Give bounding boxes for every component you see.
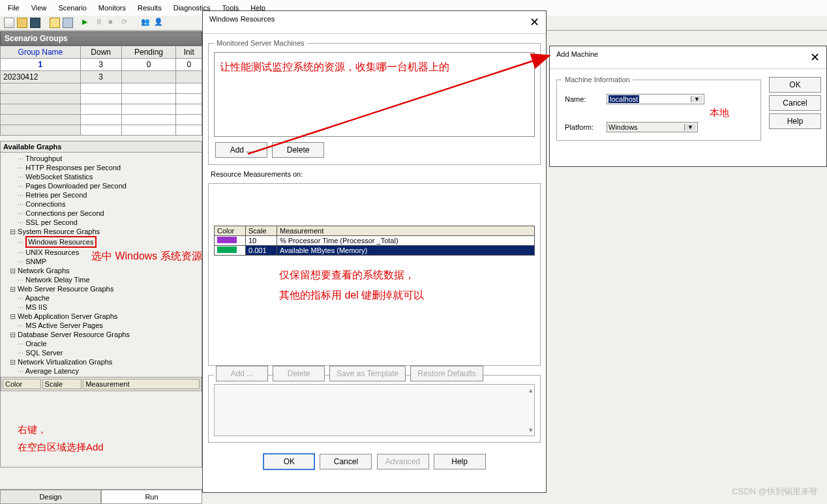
run-icon[interactable]: ▶ <box>82 18 93 28</box>
chevron-down-icon[interactable]: ▼ <box>684 124 696 130</box>
leaf-http[interactable]: HTTP Responses per Second <box>10 163 200 172</box>
scenario-table: Group Name Down Pending Init 1 3 0 0 202… <box>0 46 202 136</box>
menu-view[interactable]: View <box>31 4 47 12</box>
col-init[interactable]: Init <box>176 46 202 59</box>
monitored-machines-group: Monitored Server Machines 让性能测试监控系统的资源，收… <box>208 39 541 165</box>
node-webapp[interactable]: Web Application Server Graphs <box>10 312 200 321</box>
menu-results[interactable]: Results <box>138 4 162 12</box>
node-network[interactable]: Network Graphs <box>10 266 200 275</box>
leaf-latency[interactable]: Average Latency <box>10 366 200 376</box>
leaf-cps[interactable]: Connections per Second <box>10 209 200 218</box>
platform-combo[interactable]: Windows ▼ <box>607 122 698 132</box>
footer-tabs: Design Run <box>0 489 202 504</box>
leaf-sql[interactable]: SQL Server <box>10 348 200 357</box>
leaf-retries[interactable]: Retries per Second <box>10 190 200 200</box>
save-icon[interactable] <box>30 18 40 28</box>
open-icon[interactable] <box>17 18 27 28</box>
col-group-name[interactable]: Group Name <box>1 46 81 59</box>
grid-icon[interactable] <box>63 18 73 28</box>
leaf-windows-resources[interactable]: Windows Resources <box>10 236 200 248</box>
msm-legend: Monitored Server Machines <box>214 39 307 47</box>
scroll-down-icon[interactable]: ▾ <box>529 426 533 434</box>
annot-local: 本地 <box>562 107 729 119</box>
leaf-oracle[interactable]: Oracle <box>10 339 200 348</box>
leaf-asp[interactable]: MS Active Server Pages <box>10 321 200 330</box>
menu-monitors[interactable]: Monitors <box>98 4 126 12</box>
col-pending[interactable]: Pending <box>121 46 176 59</box>
annot-select-win: 选中 Windows 系统资源 <box>91 250 202 263</box>
path-icon[interactable] <box>50 18 60 28</box>
node-system-resource[interactable]: System Resource Graphs <box>10 227 200 236</box>
leaf-pages[interactable]: Pages Downloaded per Second <box>10 181 200 190</box>
vusers-icon[interactable]: 👥 <box>141 18 151 28</box>
available-graphs-panel: Available Graphs Throughput HTTP Respons… <box>0 141 202 467</box>
annot-keep1: 仅保留想要查看的系统数据， <box>279 269 535 282</box>
chevron-down-icon[interactable]: ▼ <box>691 96 702 102</box>
help-button[interactable]: Help <box>769 113 821 129</box>
leaf-throughput[interactable]: Throughput <box>10 154 200 163</box>
table-row[interactable]: 0.001 Available MBytes (Memory) <box>215 246 535 256</box>
close-icon[interactable]: ✕ <box>810 50 820 65</box>
name-combo[interactable]: localhost ▼ <box>607 94 704 104</box>
delete-measure-button[interactable]: Delete <box>273 366 325 381</box>
pause-icon[interactable]: ⏸ <box>95 18 106 28</box>
table-row[interactable]: 1 3 0 0 <box>1 59 202 71</box>
cancel-button[interactable]: Cancel <box>769 95 821 111</box>
close-icon[interactable]: ✕ <box>530 15 539 29</box>
cancel-button[interactable]: Cancel <box>320 454 372 469</box>
dialog-titlebar[interactable]: Windows Resources ✕ <box>203 11 546 34</box>
table-row[interactable]: 20230412 3 <box>1 71 202 83</box>
node-webserver[interactable]: Web Server Resource Graphs <box>10 284 200 293</box>
tab-design[interactable]: Design <box>0 490 101 504</box>
description-box: ▴ ▾ <box>214 384 535 436</box>
add-measure-button[interactable]: Add ... <box>216 366 268 381</box>
available-graphs-title: Available Graphs <box>1 141 202 153</box>
menu-scenario[interactable]: Scenario <box>58 4 86 12</box>
node-nv[interactable]: Network Virtualization Graphs <box>10 357 200 366</box>
machines-list[interactable]: 让性能测试监控系统的资源，收集哪一台机器上的 <box>214 52 535 137</box>
scenario-groups-title: Scenario Groups <box>0 31 202 46</box>
annot-keep2: 其他的指标用 del 键删掉就可以 <box>279 289 535 303</box>
restore-defaults-button[interactable]: Restore Defaults <box>410 366 483 381</box>
dialog-title: Add Machine <box>556 50 598 65</box>
new-icon[interactable] <box>4 18 14 28</box>
watermark: CSDN @快到锅里来呀 <box>732 486 818 497</box>
ok-button[interactable]: OK <box>263 453 315 470</box>
leaf-netdelay[interactable]: Network Delay Time <box>10 275 200 284</box>
leaf-conn[interactable]: Connections <box>10 200 200 209</box>
windows-resources-dialog: Windows Resources ✕ Monitored Server Mac… <box>202 10 547 493</box>
leaf-apache[interactable]: Apache <box>10 293 200 303</box>
measurements-group: Color Scale Measurement 10 % Processor T… <box>208 183 541 366</box>
reset-icon[interactable]: ⟳ <box>121 18 132 28</box>
name-label: Name: <box>565 95 600 103</box>
leaf-ws[interactable]: WebSocket Statistics <box>10 172 200 181</box>
user-icon[interactable]: 👤 <box>154 18 164 28</box>
color-swatch <box>217 237 237 243</box>
rm-label: Resource Measurements on: <box>203 170 546 178</box>
graph-tree[interactable]: Throughput HTTP Responses per Second Web… <box>1 153 202 377</box>
save-template-button[interactable]: Save as Template <box>329 366 406 381</box>
scroll-up-icon[interactable]: ▴ <box>529 386 533 394</box>
leaf-iis[interactable]: MS IIS <box>10 303 200 312</box>
dialog-titlebar[interactable]: Add Machine ✕ <box>550 46 826 69</box>
annot-blank-add: 在空白区域选择Add <box>18 441 195 454</box>
advanced-button[interactable]: Advanced <box>377 454 429 469</box>
measurement-mini-table: ColorScaleMeasurement <box>1 377 202 391</box>
ok-button[interactable]: OK <box>769 77 821 93</box>
machine-info-group: Machine Information Name: localhost ▼ 本地… <box>556 76 761 141</box>
delete-machine-button[interactable]: Delete <box>272 142 324 158</box>
tab-run[interactable]: Run <box>101 490 202 504</box>
add-machine-dialog: Add Machine ✕ Machine Information Name: … <box>549 46 827 167</box>
node-db[interactable]: Database Server Resource Graphs <box>10 330 200 339</box>
dialog-title: Windows Resources <box>209 15 275 29</box>
table-row[interactable]: 10 % Processor Time (Processor _Total) <box>215 236 535 246</box>
stop-icon[interactable]: ■ <box>108 18 119 28</box>
add-machine-button[interactable]: Add ... <box>215 142 267 158</box>
help-button[interactable]: Help <box>434 454 486 469</box>
menu-file[interactable]: File <box>8 4 20 12</box>
col-down[interactable]: Down <box>80 46 121 59</box>
annot-monitor: 让性能测试监控系统的资源，收集哪一台机器上的 <box>220 58 529 76</box>
platform-label: Platform: <box>565 123 600 131</box>
leaf-ssl[interactable]: SSL per Second <box>10 218 200 227</box>
measurements-table[interactable]: Color Scale Measurement 10 % Processor T… <box>214 226 535 256</box>
